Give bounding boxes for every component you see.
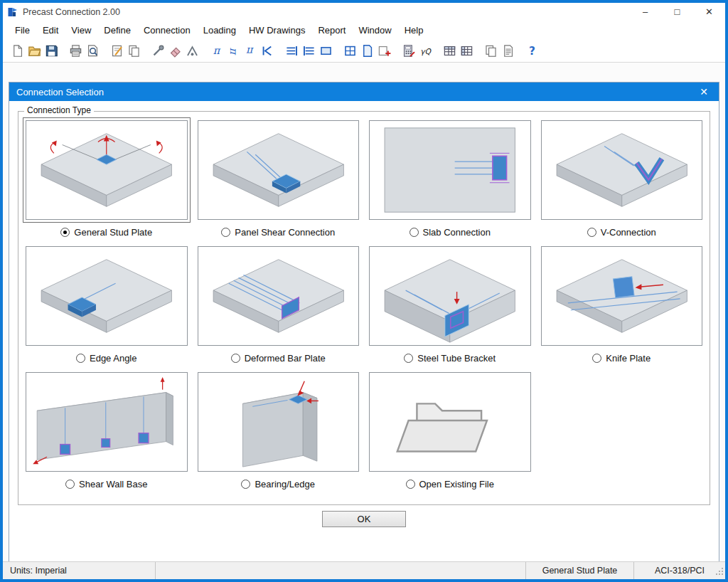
results-table-icon[interactable] [441, 43, 458, 60]
weld-tool-icon[interactable] [183, 43, 200, 60]
menu-help[interactable]: Help [398, 22, 430, 38]
connection-image-deformed-bar-plate[interactable] [198, 246, 360, 346]
radio-icon [592, 354, 601, 363]
open-folder-icon[interactable] [26, 43, 43, 60]
maximize-button[interactable]: □ [661, 3, 693, 21]
rebar-anchor-icon[interactable] [300, 43, 317, 60]
radio-label: Shear Wall Base [79, 479, 147, 490]
svg-text:π: π [228, 48, 239, 55]
menu-file[interactable]: File [9, 22, 36, 38]
radio-label: Bearing/Ledge [255, 479, 315, 490]
report-document-icon[interactable] [499, 43, 516, 60]
ok-button[interactable]: OK [322, 511, 406, 527]
menu-report[interactable]: Report [311, 22, 352, 38]
radio-label: Slab Connection [423, 227, 491, 238]
radio-panel-shear-connection[interactable]: Panel Shear Connection [198, 225, 360, 239]
radio-steel-tube-bracket[interactable]: Steel Tube Bracket [369, 351, 531, 365]
rebar-lines-icon[interactable] [283, 43, 300, 60]
plate-outline-icon[interactable] [317, 43, 334, 60]
connection-image-steel-tube-bracket[interactable] [369, 246, 531, 346]
menu-define[interactable]: Define [97, 22, 137, 38]
headed-stud-right-icon[interactable]: π [225, 43, 242, 60]
stud-anchor-icon[interactable] [149, 43, 166, 60]
svg-text:π: π [213, 45, 220, 56]
tile-panel-shear-connection: Panel Shear Connection [198, 120, 360, 239]
resize-grip[interactable] [715, 567, 724, 578]
copy-document-icon[interactable] [125, 43, 142, 60]
dialog-close-button[interactable]: ✕ [696, 86, 712, 97]
headed-stud-down-icon[interactable]: π [242, 43, 259, 60]
radio-icon [241, 480, 250, 489]
headed-stud-up-icon[interactable]: π [208, 43, 225, 60]
status-units: Units: Imperial [3, 562, 156, 579]
connection-image-knife-plate[interactable] [541, 246, 703, 346]
connection-image-general-stud-plate[interactable] [26, 120, 188, 220]
radio-v-connection[interactable]: V-Connection [541, 225, 703, 239]
close-button[interactable]: ✕ [693, 3, 725, 21]
tile-shear-wall-base: Shear Wall Base [26, 372, 188, 491]
summary-table-icon[interactable] [458, 43, 475, 60]
menu-hw-drawings[interactable]: HW Drawings [242, 22, 311, 38]
tile-open-existing-file: Open Existing File [369, 372, 531, 491]
loads-calculator-icon[interactable] [400, 43, 417, 60]
connection-image-slab-connection[interactable] [369, 120, 531, 220]
radio-label: Knife Plate [606, 353, 651, 364]
menu-window[interactable]: Window [352, 22, 397, 38]
connection-image-open-existing-file[interactable] [369, 372, 531, 472]
window-controls: – □ ✕ [629, 3, 725, 21]
statusbar: Units: Imperial General Stud Plate ACI-3… [3, 561, 725, 579]
connection-image-shear-wall-base[interactable] [26, 372, 188, 472]
connection-image-bearing-ledge[interactable] [198, 372, 360, 472]
status-connection: General Stud Plate [526, 562, 634, 579]
copy-pages-icon[interactable] [482, 43, 499, 60]
dialog-title: Connection Selection [16, 87, 104, 97]
radio-open-existing-file[interactable]: Open Existing File [369, 477, 531, 491]
radio-knife-plate[interactable]: Knife Plate [541, 351, 703, 365]
add-section-icon[interactable] [375, 43, 392, 60]
help-icon[interactable]: ? [523, 43, 540, 60]
radio-icon [410, 228, 419, 237]
radio-bearing-ledge[interactable]: Bearing/Ledge [198, 477, 360, 491]
menu-loading[interactable]: Loading [197, 22, 242, 38]
menu-view[interactable]: View [65, 22, 97, 38]
window-title: Precast Connection 2.00 [23, 7, 120, 17]
radio-icon [587, 228, 596, 237]
connection-grid: General Stud Plate Panel Shear Connectio… [18, 112, 710, 491]
radio-general-stud-plate[interactable]: General Stud Plate [26, 225, 188, 239]
radio-label: V-Connection [601, 227, 656, 238]
notes-icon[interactable] [108, 43, 125, 60]
menu-edit[interactable]: Edit [36, 22, 65, 38]
radio-shear-wall-base[interactable]: Shear Wall Base [26, 477, 188, 491]
tile-v-connection: V-Connection [541, 120, 703, 239]
radio-icon [231, 354, 240, 363]
minimize-button[interactable]: – [629, 3, 661, 21]
blue-page-icon[interactable] [358, 43, 375, 60]
app-window: Precast Connection 2.00 – □ ✕ File Edit … [0, 0, 728, 582]
radio-deformed-bar-plate[interactable]: Deformed Bar Plate [198, 351, 360, 365]
radio-icon [404, 354, 413, 363]
radio-edge-angle[interactable]: Edge Angle [26, 351, 188, 365]
print-preview-icon[interactable] [84, 43, 101, 60]
radio-icon [60, 228, 70, 237]
menubar: File Edit View Define Connection Loading… [3, 21, 725, 40]
stud-plate-plan-icon[interactable] [341, 43, 358, 60]
radio-icon [76, 354, 85, 363]
new-document-icon[interactable] [9, 43, 26, 60]
print-icon[interactable] [67, 43, 84, 60]
radio-label: General Stud Plate [74, 227, 152, 238]
svg-text:?: ? [529, 45, 535, 58]
connection-image-v-connection[interactable] [541, 120, 703, 220]
tile-knife-plate: Knife Plate [541, 246, 703, 365]
connection-image-edge-angle[interactable] [26, 246, 188, 346]
bent-bar-icon[interactable] [259, 43, 276, 60]
save-icon[interactable] [43, 43, 60, 60]
gamma-q-loads-icon[interactable]: γQ [417, 43, 434, 60]
radio-slab-connection[interactable]: Slab Connection [369, 225, 531, 239]
tile-edge-angle: Edge Angle [26, 246, 188, 365]
menu-connection[interactable]: Connection [137, 22, 197, 38]
tile-steel-tube-bracket: Steel Tube Bracket [369, 246, 531, 365]
connection-image-panel-shear-connection[interactable] [198, 120, 360, 220]
radio-icon [406, 480, 415, 489]
radio-icon [65, 480, 75, 489]
eraser-icon[interactable] [166, 43, 183, 60]
